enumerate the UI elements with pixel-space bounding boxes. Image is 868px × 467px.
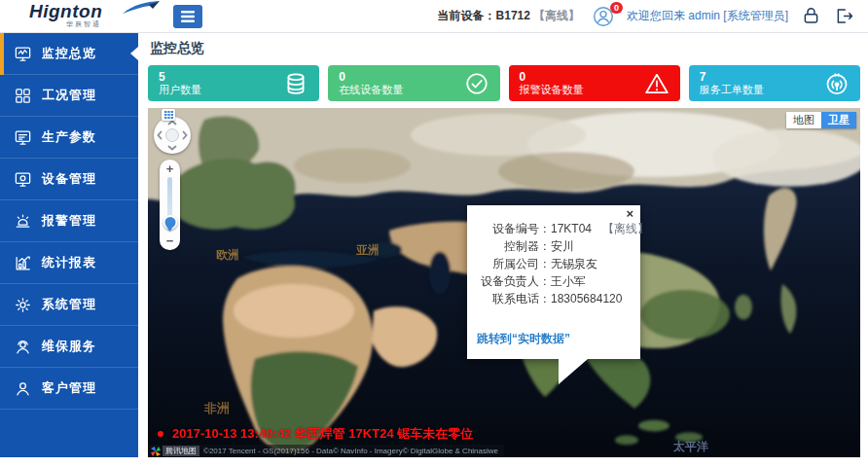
notification-badge: 0 xyxy=(610,2,623,14)
dashboard-app: Hignton 华辰智通 当前设备：B1712【离线】 xyxy=(0,0,868,467)
stat-value: 0 xyxy=(339,70,403,84)
stat-label: 服务工单数量 xyxy=(700,84,764,96)
chart-icon xyxy=(13,253,32,272)
current-device-label: 当前设备： xyxy=(438,9,496,22)
alarm-text: 2017-10-13 13:40:42 华西焊管 17KT24 锯车未在零位 xyxy=(172,425,473,443)
sidebar-item-label: 工况管理 xyxy=(42,87,96,104)
stat-label: 用户数量 xyxy=(159,84,201,96)
app-logo: Hignton 华辰智通 xyxy=(29,3,146,29)
map-overview-button[interactable] xyxy=(162,109,175,121)
current-device-value: B1712 xyxy=(496,9,530,22)
popup-field-value: 无锡泉友 xyxy=(551,255,597,272)
user-icon xyxy=(13,378,32,398)
popup-tail xyxy=(559,359,588,384)
sidebar-item-user[interactable]: 客户管理 xyxy=(0,368,138,410)
popup-field-label: 控制器： xyxy=(477,237,551,255)
sidebar-item-chart[interactable]: 统计报表 xyxy=(0,242,138,284)
gear-icon xyxy=(13,295,32,314)
user-notification[interactable]: 0 xyxy=(593,6,614,27)
stat-card-database[interactable]: 5 用户数量 xyxy=(148,65,319,101)
sidebar-item-screen-params[interactable]: 生产参数 xyxy=(0,117,138,159)
sidebar-item-gear[interactable]: 系统管理 xyxy=(0,284,138,326)
sidebar-item-support[interactable]: 维保服务 xyxy=(0,326,138,368)
map-pan-control[interactable] xyxy=(154,117,191,154)
map-region-label: 非洲 xyxy=(204,400,230,417)
zoom-out-button[interactable]: − xyxy=(166,235,174,246)
alarm-icon xyxy=(13,211,32,231)
popup-close-button[interactable]: × xyxy=(626,207,633,221)
tencent-maps-logo: 腾讯地图 xyxy=(151,446,199,456)
attribution-text: ©2017 Tencent - GS(2017)156 - Data© NavI… xyxy=(203,447,498,455)
logo-subtext: 华辰智通 xyxy=(66,19,146,29)
popup-rows: 设备编号： 17KT04 【离线】 控制器： 安川 所属公司： 无锡泉友 设备负… xyxy=(477,220,631,307)
stat-card-warning[interactable]: 0 报警设备数量 xyxy=(509,65,680,101)
stat-card-broadcast[interactable]: 7 服务工单数量 xyxy=(689,65,860,101)
alarm-ticker: 2017-10-13 13:40:42 华西焊管 17KT24 锯车未在零位 xyxy=(158,425,473,443)
map-region-label: 亚洲 xyxy=(356,242,380,259)
pinwheel-icon xyxy=(151,447,161,456)
map-canvas[interactable]: + − 地图卫星 × 设备编号： 17KT04 【离线】 控制器： 安川 所属公… xyxy=(148,108,860,457)
sidebar-item-label: 维保服务 xyxy=(42,338,96,355)
current-device-info: 当前设备：B1712【离线】 xyxy=(438,8,580,24)
map-region-label: 欧洲 xyxy=(216,247,239,264)
main-content: 监控总览 5 用户数量 0 在线设备数量 0 报警设备数量 7 服务工单数量 xyxy=(148,33,860,457)
sidebar-item-label: 系统管理 xyxy=(42,296,96,313)
popup-field-value: 17KT04 xyxy=(551,220,592,237)
screen-params-icon xyxy=(13,127,32,147)
broadcast-icon xyxy=(824,71,850,96)
stat-value: 0 xyxy=(520,70,584,84)
stat-label: 在线设备数量 xyxy=(339,84,403,96)
lock-button[interactable] xyxy=(801,6,821,26)
top-header: Hignton 华辰智通 当前设备：B1712【离线】 xyxy=(0,0,868,33)
logout-icon xyxy=(834,6,854,26)
attribution-logo-text: 腾讯地图 xyxy=(163,446,199,456)
stat-value: 5 xyxy=(159,70,201,84)
grid-mini-icon xyxy=(164,111,173,119)
stat-label: 报警设备数量 xyxy=(520,84,584,96)
zoom-slider-knob[interactable] xyxy=(163,215,177,230)
sidebar-item-monitor-overview[interactable]: 监控总览 xyxy=(0,33,138,75)
sidebar-item-label: 生产参数 xyxy=(42,128,96,146)
realtime-data-link[interactable]: 跳转到“实时数据” xyxy=(477,331,570,347)
sidebar-item-label: 报警管理 xyxy=(42,212,96,230)
logo-text: Hignton xyxy=(29,1,102,21)
popup-field-row: 控制器： 安川 xyxy=(477,237,631,255)
zoom-in-button[interactable]: + xyxy=(166,163,174,174)
active-item-arrow-icon xyxy=(130,47,138,60)
monitor-overview-icon xyxy=(13,44,32,63)
map-region-label: 太平洋 xyxy=(673,439,708,455)
screen-device-icon xyxy=(13,169,32,189)
sidebar-toggle-button[interactable] xyxy=(173,5,202,28)
support-icon xyxy=(13,337,32,356)
pan-arrows-icon xyxy=(154,117,191,154)
popup-field-label: 设备编号： xyxy=(477,220,551,237)
welcome-text: 欢迎您回来 admin [系统管理员] xyxy=(627,8,788,24)
check-icon xyxy=(464,71,489,96)
popup-field-label: 设备负责人： xyxy=(477,272,551,290)
current-device-status: 【离线】 xyxy=(533,9,580,22)
popup-field-row: 联系电话： 18305684120 xyxy=(477,290,631,307)
device-info-popup: × 设备编号： 17KT04 【离线】 控制器： 安川 所属公司： 无锡泉友 设… xyxy=(467,205,640,359)
logout-button[interactable] xyxy=(834,6,854,26)
logo-swoosh-icon xyxy=(121,0,162,16)
popup-device-status: 【离线】 xyxy=(602,220,649,237)
map-type-button-satellite[interactable]: 卫星 xyxy=(821,112,856,128)
stat-card-check[interactable]: 0 在线设备数量 xyxy=(328,65,499,101)
sidebar-item-label: 设备管理 xyxy=(42,170,96,188)
sidebar-item-grid[interactable]: 工况管理 xyxy=(0,75,138,117)
popup-field-value: 18305684120 xyxy=(551,290,622,307)
alarm-dot-icon xyxy=(158,431,163,437)
hamburger-icon xyxy=(180,10,196,23)
sidebar-item-screen-device[interactable]: 设备管理 xyxy=(0,159,138,200)
map-type-switch: 地图卫星 xyxy=(786,112,856,128)
popup-field-value: 王小军 xyxy=(551,272,586,290)
database-icon xyxy=(283,71,308,96)
sidebar-item-label: 统计报表 xyxy=(42,254,96,271)
sidebar-item-alarm[interactable]: 报警管理 xyxy=(0,200,138,242)
zoom-slider-track[interactable] xyxy=(167,177,172,233)
map-type-button-map[interactable]: 地图 xyxy=(786,112,821,128)
sidebar-item-label: 客户管理 xyxy=(42,379,96,397)
grid-icon xyxy=(13,86,32,105)
sidebar-item-label: 监控总览 xyxy=(42,45,96,62)
sidebar-nav: 监控总览 工况管理 生产参数 设备管理 报警管理 统计报表 系统管理 维保服务 … xyxy=(0,33,138,457)
